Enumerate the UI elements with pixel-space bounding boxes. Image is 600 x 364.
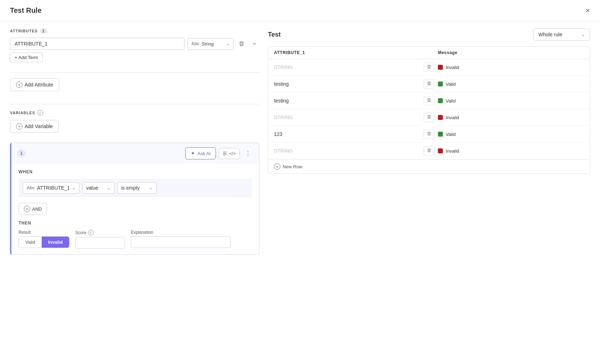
delete-attribute-button[interactable]: [237, 39, 247, 49]
delete-cell: [420, 79, 438, 89]
attribute-type-label: String: [202, 41, 214, 47]
variables-label: VARIABLES i: [10, 110, 259, 116]
test-header: Test Whole rule ⌄: [268, 28, 590, 41]
score-label: Score i: [75, 230, 125, 236]
result-col: Result Valid Invalid: [19, 230, 69, 248]
then-section: THEN Result Valid Invalid: [19, 221, 252, 249]
sparkle-icon: ✦: [191, 150, 195, 157]
trash-icon: [427, 148, 431, 153]
and-button[interactable]: + AND: [19, 203, 47, 215]
new-row-button[interactable]: + New Row: [268, 159, 590, 173]
table-row: STRING Invalid: [268, 59, 590, 76]
invalid-result-button[interactable]: Invalid: [42, 237, 69, 248]
delete-row-button[interactable]: [424, 146, 435, 155]
chevron-down-icon: ⌄: [226, 41, 230, 46]
delete-cell: [420, 96, 438, 105]
trash-icon: [427, 81, 431, 86]
score-col: Score i: [75, 230, 125, 249]
expand-attribute-button[interactable]: [249, 39, 259, 49]
type-prefix: Abc: [27, 185, 35, 190]
add-variable-button[interactable]: + Add Variable: [10, 120, 59, 133]
test-title: Test: [268, 31, 281, 38]
condition-value-select[interactable]: value ⌄: [82, 182, 114, 194]
status-label: Invalid: [446, 65, 459, 70]
delete-cell: [420, 146, 438, 155]
delete-row-button[interactable]: [424, 63, 435, 72]
add-attribute-button[interactable]: + Add Attribute: [10, 78, 59, 91]
explanation-input[interactable]: [131, 236, 231, 248]
condition-attr-label: ATTRIBUTE_1: [37, 185, 70, 191]
then-label: THEN: [19, 221, 252, 226]
view-mode-button[interactable]: ☰ </>: [219, 148, 240, 159]
status-label: Invalid: [446, 115, 459, 120]
plus-icon: +: [24, 206, 30, 212]
cell-value: testing: [274, 81, 420, 87]
right-panel: Test Whole rule ⌄ ATTRIBUTE_1 Message ST…: [268, 28, 590, 255]
left-panel: ATTRIBUTES 1 Abc String ⌄: [10, 28, 259, 255]
attributes-label: ATTRIBUTES 1: [10, 28, 259, 33]
valid-result-button[interactable]: Valid: [19, 237, 42, 248]
condition-value-label: value: [86, 185, 98, 191]
cell-value: STRING: [274, 115, 420, 120]
cell-value: STRING: [274, 64, 420, 70]
delete-row-button[interactable]: [424, 96, 435, 105]
rule-block: 1 ✦ Ask AI ☰ </> ⋮ WHEN: [10, 143, 259, 255]
when-label: WHEN: [19, 169, 252, 174]
rule-body: WHEN Abc ATTRIBUTE_1 ⌄ value ⌄ is empty: [11, 164, 259, 254]
score-input[interactable]: [75, 237, 125, 249]
divider-1: [10, 72, 259, 73]
column-message-header: Message: [438, 50, 584, 55]
add-term-button[interactable]: + Add Term: [10, 53, 43, 62]
table-row: testing Valid: [268, 76, 590, 93]
delete-cell: [420, 130, 438, 139]
new-row-label: New Row: [283, 164, 302, 169]
explanation-label: Explanation: [131, 230, 231, 235]
modal-container: Test Rule × ATTRIBUTES 1 Abc String ⌄: [0, 0, 600, 364]
invalid-status-icon: [438, 115, 443, 120]
delete-row-button[interactable]: [424, 130, 435, 139]
whole-rule-select[interactable]: Whole rule ⌄: [533, 28, 590, 41]
trash-icon: [427, 131, 431, 136]
delete-row-button[interactable]: [424, 79, 435, 89]
attribute-name-input[interactable]: [10, 38, 185, 50]
attribute-row: Abc String ⌄: [10, 38, 259, 50]
more-options-button[interactable]: ⋮: [243, 148, 253, 159]
whole-rule-label: Whole rule: [538, 32, 562, 37]
chevron-down-icon: ⌄: [149, 185, 152, 190]
column-attribute-header: ATTRIBUTE_1: [274, 50, 420, 55]
delete-cell: [420, 113, 438, 122]
attribute-type-select[interactable]: Abc String ⌄: [187, 38, 234, 50]
score-info-icon[interactable]: i: [88, 230, 94, 236]
chevron-down-icon: ⌄: [107, 185, 110, 190]
modal-title: Test Rule: [10, 6, 42, 15]
message-cell: Invalid: [438, 65, 584, 70]
table-row: 123 Valid: [268, 126, 590, 143]
condition-operator-select[interactable]: is empty ⌄: [117, 182, 156, 194]
list-icon: ☰: [223, 151, 227, 156]
delete-row-button[interactable]: [424, 113, 435, 122]
test-table-header: ATTRIBUTE_1 Message: [268, 47, 590, 59]
trash-icon: [427, 115, 431, 119]
rule-actions: ✦ Ask AI ☰ </> ⋮: [185, 147, 253, 159]
modal-body: ATTRIBUTES 1 Abc String ⌄: [0, 21, 600, 262]
rule-number: 1: [17, 149, 26, 158]
ask-ai-button[interactable]: ✦ Ask AI: [185, 147, 216, 159]
status-label: Valid: [446, 132, 456, 137]
condition-row: Abc ATTRIBUTE_1 ⌄ value ⌄ is empty ⌄: [19, 179, 252, 197]
table-row: STRING Invalid: [268, 109, 590, 126]
variables-info-icon[interactable]: i: [37, 110, 43, 116]
status-label: Valid: [446, 98, 456, 104]
plus-icon: +: [274, 163, 280, 170]
close-button[interactable]: ×: [585, 7, 590, 15]
delete-cell: [420, 63, 438, 72]
explanation-col: Explanation: [131, 230, 231, 248]
then-row: Result Valid Invalid Score i: [19, 230, 252, 249]
result-label: Result: [19, 230, 69, 235]
cell-value: STRING: [274, 148, 420, 154]
chevron-down-icon: ⌄: [72, 185, 76, 190]
message-cell: Invalid: [438, 115, 584, 120]
condition-attr-select[interactable]: Abc ATTRIBUTE_1 ⌄: [23, 182, 79, 194]
message-cell: Valid: [438, 132, 584, 137]
valid-status-icon: [438, 98, 443, 103]
attributes-section: ATTRIBUTES 1 Abc String ⌄: [10, 28, 259, 91]
